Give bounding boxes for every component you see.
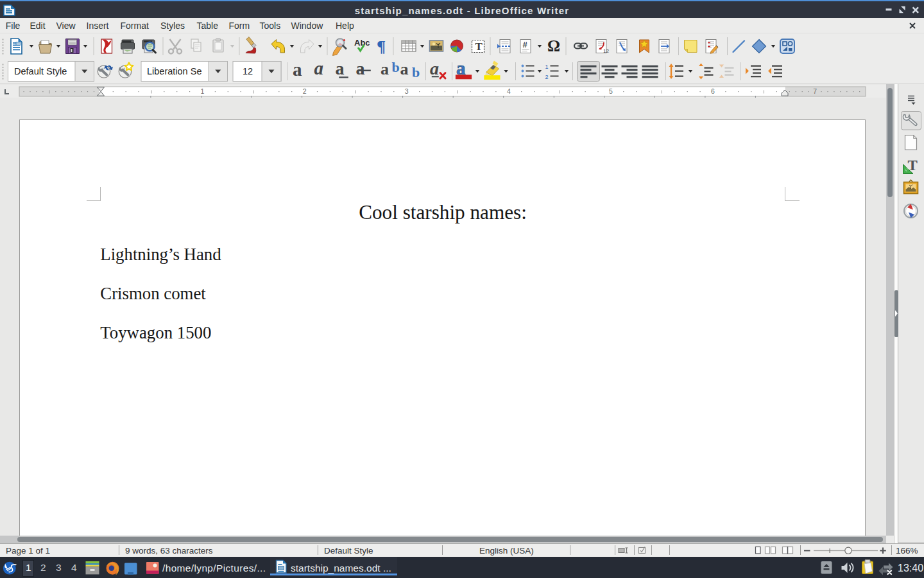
svg-text:Abc: Abc [354,38,370,48]
svg-text:a: a [336,58,345,78]
svg-text:Liberation Se: Liberation Se [147,66,201,76]
svg-text:Ω: Ω [547,37,560,55]
svg-text:¶: ¶ [377,37,386,56]
svg-text:5: 5 [609,87,613,95]
svg-text:2: 2 [303,87,307,95]
svg-text:b: b [412,64,420,80]
svg-text:2: 2 [545,74,549,80]
svg-text:a: a [356,58,365,78]
svg-text:b: b [392,59,400,75]
svg-text:3: 3 [405,87,409,95]
svg-text:a: a [400,60,409,78]
svg-text:a: a [314,58,324,78]
svg-text:Default Style: Default Style [14,66,67,76]
svg-text:a: a [381,60,389,78]
svg-text:a: a [293,59,302,80]
svg-text:12: 12 [243,66,253,76]
svg-text:T: T [475,40,483,53]
svg-text:1: 1 [545,64,549,70]
svg-text:1: 1 [201,87,205,95]
svg-text:#: # [523,40,528,49]
svg-text:a: a [430,58,439,78]
svg-text:7: 7 [813,87,817,95]
svg-text:4: 4 [507,87,511,95]
svg-text:12: 12 [603,48,609,54]
svg-text:6: 6 [711,87,715,95]
